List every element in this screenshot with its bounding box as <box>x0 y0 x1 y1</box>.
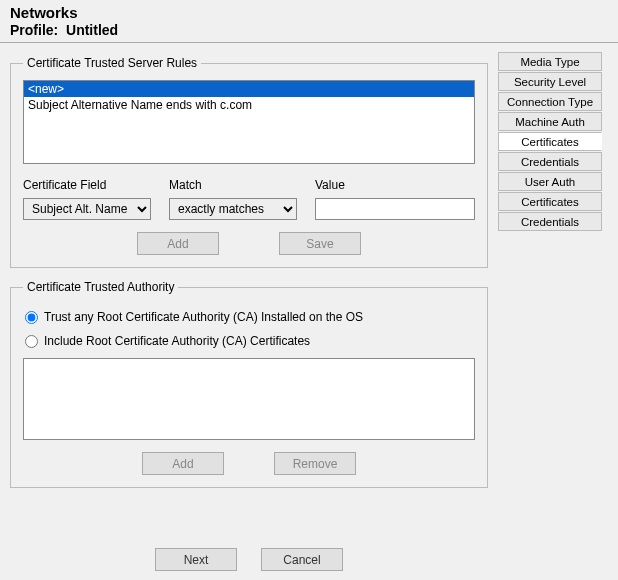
rules-listbox[interactable]: <new>Subject Alternative Name ends with … <box>23 80 475 164</box>
include-cert-label[interactable]: Include Root Certificate Authority (CA) … <box>44 334 310 348</box>
value-input[interactable] <box>315 198 475 220</box>
cancel-button[interactable]: Cancel <box>261 548 343 571</box>
cert-field-select[interactable]: Subject Alt. Name <box>23 198 151 220</box>
tab-3[interactable]: Machine Auth <box>498 112 602 131</box>
match-label: Match <box>169 178 297 192</box>
tab-1[interactable]: Security Level <box>498 72 602 91</box>
rules-group: Certificate Trusted Server Rules <new>Su… <box>10 56 488 268</box>
tab-6[interactable]: User Auth <box>498 172 602 191</box>
profile-value: Untitled <box>66 22 118 38</box>
rules-save-button[interactable]: Save <box>279 232 361 255</box>
tab-5[interactable]: Credentials <box>498 152 602 171</box>
rules-legend: Certificate Trusted Server Rules <box>23 56 201 70</box>
authority-add-button[interactable]: Add <box>142 452 224 475</box>
trust-os-label[interactable]: Trust any Root Certificate Authority (CA… <box>44 310 363 324</box>
authority-group: Certificate Trusted Authority Trust any … <box>10 280 488 488</box>
rules-list-item-0[interactable]: <new> <box>24 81 474 97</box>
cert-field-label: Certificate Field <box>23 178 151 192</box>
tab-0[interactable]: Media Type <box>498 52 602 71</box>
page-title: Networks <box>10 4 608 21</box>
include-cert-radio[interactable] <box>25 335 38 348</box>
tab-2[interactable]: Connection Type <box>498 92 602 111</box>
authority-remove-button[interactable]: Remove <box>274 452 356 475</box>
rules-add-button[interactable]: Add <box>137 232 219 255</box>
authority-listbox[interactable] <box>23 358 475 440</box>
tab-7[interactable]: Certificates <box>498 192 602 211</box>
value-label: Value <box>315 178 475 192</box>
rules-list-item-1[interactable]: Subject Alternative Name ends with c.com <box>24 97 474 113</box>
authority-legend: Certificate Trusted Authority <box>23 280 178 294</box>
profile-label: Profile: <box>10 22 58 38</box>
trust-os-radio[interactable] <box>25 311 38 324</box>
next-button[interactable]: Next <box>155 548 237 571</box>
profile-line: Profile: Untitled <box>10 22 608 38</box>
tab-8[interactable]: Credentials <box>498 212 602 231</box>
tab-strip: Media TypeSecurity LevelConnection TypeM… <box>498 48 608 580</box>
match-select[interactable]: exactly matches <box>169 198 297 220</box>
tab-4[interactable]: Certificates <box>498 132 602 151</box>
